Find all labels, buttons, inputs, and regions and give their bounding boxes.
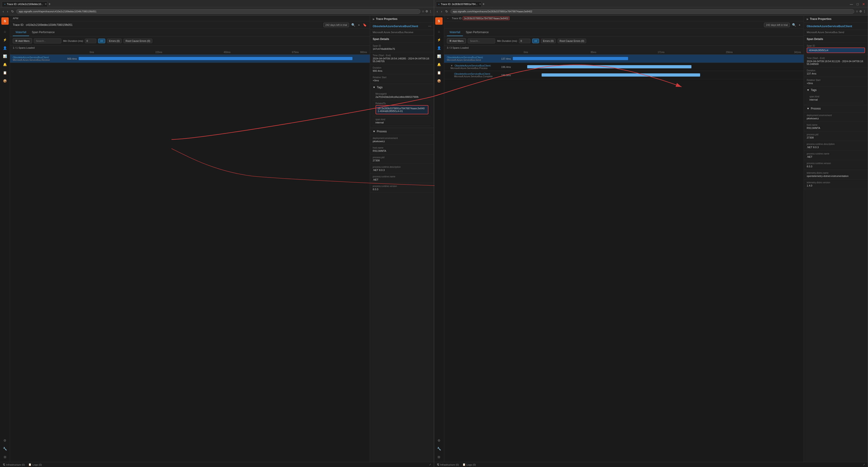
field-runtime-desc-value-right: .NET 8.0.3 [807, 146, 865, 148]
span-service-1-right: ▼ ObsoleteAzureServiceBusClient: [451, 64, 497, 67]
span-row-0-right[interactable]: ObsoleteAzureServiceBusClient: Microsoft… [444, 55, 804, 63]
sidebar-icon-detectors-right[interactable]: 🔔 [436, 61, 442, 68]
sidebar-icon-logs-right[interactable]: 📋 [436, 69, 442, 76]
expand-btn-right[interactable]: ⤢ [863, 463, 865, 466]
add-filters-btn-right[interactable]: ⊞ Add filters [447, 38, 466, 43]
span-row-2-right[interactable]: ObsoleteAzureServiceBusClient: Microsoft… [444, 71, 804, 79]
tags-header-left[interactable]: ▼ Tags [373, 86, 431, 89]
all-filter-btn-right[interactable]: All [532, 39, 539, 43]
process-section-header-left[interactable]: ▼ Process [370, 128, 434, 135]
tab-span-performance-left[interactable]: Span Performance [29, 29, 57, 36]
sidebar-icon-nav[interactable]: ⊞ [2, 454, 8, 460]
sidebar-icon-charts-right[interactable]: 📊 [436, 53, 442, 60]
field-telemetry-version-right: telemetry.distro.version 1.4.0 [804, 179, 868, 189]
minimize-btn[interactable]: — [849, 2, 854, 6]
more-icon-right[interactable]: ⋮ [863, 10, 866, 13]
infra-bottom-right[interactable]: 🏗 Infrastructure (0) [437, 463, 459, 466]
reload-btn-right[interactable]: ↻ [444, 9, 449, 14]
trace-properties-title-left: Trace Properties [376, 18, 398, 21]
sidebar-icon-settings[interactable]: ⚙ [2, 437, 8, 444]
forward-btn-right[interactable]: › [440, 9, 443, 14]
new-tab-btn[interactable]: + [49, 2, 51, 6]
maximize-btn[interactable]: □ [856, 2, 860, 6]
add-btn[interactable]: + [358, 23, 360, 27]
back-arrow-right[interactable]: ← [447, 17, 450, 20]
url-input-right[interactable] [451, 9, 854, 14]
field-time-label-right: Time (Start - End) [807, 57, 865, 60]
tab-span-performance-right[interactable]: Span Performance [463, 29, 491, 36]
field-runtime-name-label-right: process.runtime.name [807, 153, 865, 155]
span-row-0-left[interactable]: ObsoleteAzureServiceBusClient: Microsoft… [10, 55, 370, 63]
sidebar-icon-apm-right[interactable]: ⚡ [436, 37, 442, 43]
sidebar-icon-home-right[interactable]: ⌂ [436, 28, 442, 35]
new-tab-btn-right[interactable]: + [483, 2, 485, 6]
span-name-0-left: ObsoleteAzureServiceBusClient: Microsoft… [13, 56, 63, 61]
sidebar-icon-apm[interactable]: ⚡ [2, 37, 8, 43]
search-input-right[interactable] [468, 38, 495, 43]
trace-properties-header-right[interactable]: ▶ Trace Properties [804, 15, 868, 23]
close-btn[interactable]: ✕ [861, 2, 866, 6]
header-actions-left: 242 days left in trial 🔍 + 🔖 [323, 23, 367, 27]
span-service-0-right: ObsoleteAzureServiceBusClient: [447, 56, 497, 59]
field-relatedto-left: RelatedTo 00-2e283b3378891e78478874aaec3… [373, 100, 431, 116]
logs-bottom-left[interactable]: 📋 Logs (0) [28, 463, 42, 466]
root-cause-filter-btn-right[interactable]: Root Cause Errors (0) [558, 39, 586, 43]
bookmark-icon-right[interactable]: ☆ [856, 10, 858, 13]
tab-left-active[interactable]: ● Trace ID: c410e2c2169ebbc10... ✕ [2, 1, 48, 7]
search-btn[interactable]: 🔍 [351, 23, 356, 27]
sidebar-icon-logs[interactable]: 📋 [2, 69, 8, 76]
sidebar-icon-nav-right[interactable]: ⊞ [436, 454, 442, 460]
extensions-icon-right[interactable]: ⚙ [859, 10, 862, 13]
add-filters-btn-left[interactable]: ⊞ Add filters [13, 38, 32, 43]
reload-btn[interactable]: ↻ [10, 9, 15, 14]
tab-waterfall-right[interactable]: Waterfall [447, 29, 463, 36]
process-section-header-right[interactable]: ▼ Process [804, 105, 868, 112]
tab-close-btn[interactable]: ✕ [44, 2, 47, 6]
expand-btn-left[interactable]: ⤢ [429, 463, 431, 466]
add-btn-right[interactable]: + [798, 23, 801, 27]
trace-properties-header-left[interactable]: ▶ Trace Properties [370, 15, 434, 23]
span-row-1-right[interactable]: ▼ ObsoleteAzureServiceBusClient: Microso… [444, 63, 804, 71]
field-hostname-label-left: host.name [373, 146, 431, 149]
sidebar-icon-users-right[interactable]: 👤 [436, 45, 442, 51]
bookmark-icon[interactable]: ☆ [422, 10, 425, 13]
rp-more-icon-left[interactable]: ⋯ [428, 25, 431, 28]
span-id-highlight-right: 4044dfc0f5f5f1c4 [807, 47, 865, 53]
duration-input-right[interactable] [519, 39, 530, 43]
bookmark-btn[interactable]: 🔖 [362, 23, 367, 27]
errors-filter-btn-right[interactable]: Errors (0) [541, 39, 556, 43]
duration-input-left[interactable] [85, 39, 96, 43]
sidebar-icon-alerts[interactable]: 🔧 [2, 445, 8, 452]
all-filter-btn-left[interactable]: All [98, 39, 105, 43]
search-input-left[interactable] [34, 38, 61, 43]
sidebar-icon-home[interactable]: ⌂ [2, 28, 8, 35]
forward-btn[interactable]: › [6, 9, 9, 14]
field-spankind-value-left: internal [376, 121, 428, 124]
sidebar-icon-detectors[interactable]: 🔔 [2, 61, 8, 68]
infra-bottom-left[interactable]: 🏗 Infrastructure (0) [3, 463, 25, 466]
tab-right-active[interactable]: ● Trace ID: 2e283b3378891e784... ✕ [436, 1, 482, 7]
tab-waterfall-left[interactable]: Waterfall [13, 29, 29, 36]
browser-controls-right: — □ ✕ [849, 2, 866, 6]
tab-close-btn-right[interactable]: ✕ [479, 2, 481, 6]
span-bar-0-right [513, 57, 628, 60]
tags-section-left: ▼ Tags MessageId 2a7f1542bb2d4cd4a1dbbc8… [370, 84, 434, 128]
logs-bottom-right[interactable]: 📋 Logs (0) [463, 463, 476, 466]
sidebar-icon-infra[interactable]: 📦 [2, 78, 8, 84]
field-telemetry-name-label-right: telemetry.distro.name [807, 172, 865, 174]
root-cause-filter-btn-left[interactable]: Root Cause Errors (0) [124, 39, 152, 43]
search-btn-right[interactable]: 🔍 [792, 23, 797, 27]
sidebar-icon-tools-right[interactable]: 🔧 [436, 445, 442, 452]
more-icon[interactable]: ⋮ [429, 10, 432, 13]
back-btn-right[interactable]: ‹ [436, 9, 439, 14]
back-btn[interactable]: ‹ [2, 9, 5, 14]
tags-header-right[interactable]: ▼ Tags [807, 89, 865, 92]
url-input[interactable] [16, 9, 420, 14]
rp-service-name-right: ObsoleteAzureServiceBusClient [804, 23, 868, 30]
sidebar-icon-charts[interactable]: 📊 [2, 53, 8, 60]
errors-filter-btn-left[interactable]: Errors (0) [107, 39, 122, 43]
extensions-icon[interactable]: ⚙ [426, 10, 428, 13]
sidebar-icon-users[interactable]: 👤 [2, 45, 8, 51]
sidebar-icon-settings-right[interactable]: ⚙ [436, 437, 442, 444]
sidebar-icon-infra-right[interactable]: 📦 [436, 78, 442, 84]
